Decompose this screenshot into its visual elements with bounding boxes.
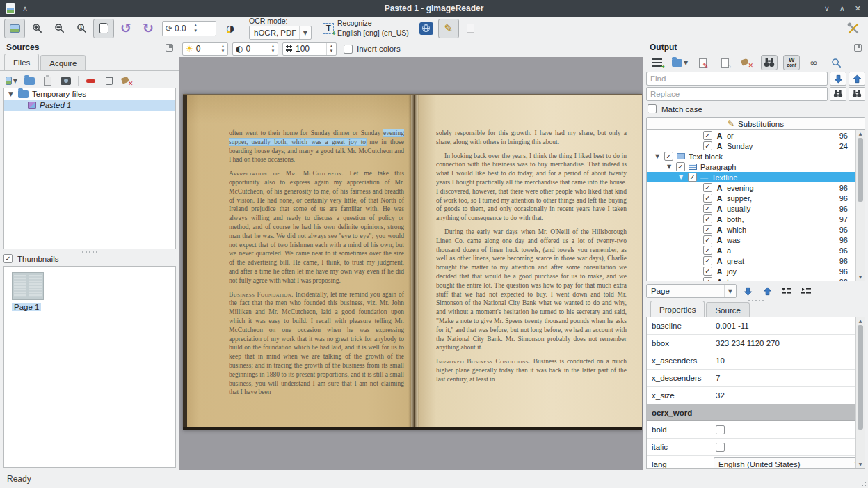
brightness-spinner[interactable]: ▲▼ [218,43,227,55]
expander-icon[interactable]: ▼ [655,153,661,159]
replace-button[interactable] [830,87,846,101]
italic-checkbox[interactable] [716,443,725,452]
property-value[interactable]: 323 234 1120 270 [709,339,865,347]
tab-acquire[interactable]: Acquire [40,55,86,70]
checkbox[interactable]: ✓ [703,235,712,244]
tab-files[interactable]: Files [4,54,39,70]
checkbox[interactable]: ✓ [703,141,712,150]
property-value[interactable]: 7 [709,374,865,382]
thumbnails-checkbox[interactable]: ✓ [3,254,13,263]
expander-icon[interactable]: ▼ [679,174,684,180]
checkbox[interactable]: ✓ [703,204,712,213]
minimize-button[interactable]: ∨ [824,4,830,13]
edit-pencil-button[interactable]: ✎ [438,19,459,38]
tree-word-row[interactable]: ✓A both,97 [647,214,865,224]
contrast-spinner[interactable]: ▲▼ [268,43,278,55]
clear-sources-button[interactable] [121,76,133,86]
screenshot-button[interactable] [60,76,72,86]
property-value[interactable]: 32 [709,391,865,400]
find-input[interactable] [646,72,828,86]
zoom-to-selection-button[interactable] [828,55,844,70]
tree-word-row[interactable]: ✓A evening96 [647,182,865,193]
resolution-spinbox[interactable]: 100 ▲▼ [282,42,337,56]
checkbox[interactable]: ✓ [703,246,712,255]
checkbox[interactable]: ✓ [688,173,697,182]
display-mode-combo[interactable]: Page ▼ [646,284,737,298]
tree-paragraph-row[interactable]: ▼ ✓ Paragraph [647,162,865,172]
properties-scrollbar[interactable]: ▲▼ [855,317,865,468]
expander-icon[interactable]: ▼ [667,164,673,170]
image-controls-button[interactable] [4,19,25,38]
maximize-button[interactable]: ∧ [839,4,845,13]
replace-input[interactable] [646,87,828,101]
zoom-in-button[interactable] [26,19,47,38]
tab-source[interactable]: Source [706,302,749,317]
tree-scrollbar[interactable]: ▲▼ [855,130,865,281]
find-next-button[interactable] [830,72,846,86]
checkbox[interactable]: ✓ [703,194,712,203]
checkbox[interactable]: ✓ [664,152,673,161]
property-value[interactable]: 0.001 -11 [709,322,865,330]
export-output-button[interactable] [649,55,666,70]
tree-textline-row-selected[interactable]: ▼ ✓— Textline [647,172,865,182]
export-page-button[interactable] [460,19,481,38]
resolution-spinner[interactable]: ▲▼ [326,43,336,55]
rotation-spinner[interactable]: ▲▼ [191,22,200,36]
link-position-toggle[interactable]: ∞ [805,55,822,70]
settings-button[interactable] [843,19,864,38]
tree-item-pasted-1[interactable]: Pasted 1 [4,100,175,111]
find-replace-toggle[interactable] [761,55,778,70]
lang-combo[interactable]: English (United States) ▼ [714,457,863,469]
property-value[interactable]: 10 [709,356,865,365]
prev-item-button[interactable] [759,283,775,299]
ocr-mode-combo[interactable]: hOCR, PDF ▼ [249,26,312,40]
zoom-fit-button[interactable] [93,19,114,38]
tree-word-row[interactable]: ✓A which96 [647,224,865,235]
zoom-original-button[interactable]: 1 [71,19,92,38]
bold-checkbox[interactable] [716,425,725,434]
delete-source-button[interactable] [103,76,115,86]
tree-word-row[interactable]: ✓A to96 [647,276,865,281]
tree-word-row[interactable]: ✓A or96 [647,130,865,141]
tree-textblock-row[interactable]: ▼ ✓ Text block [647,151,865,162]
checkbox[interactable]: ✓ [703,183,712,192]
save-output-button[interactable] [694,55,711,70]
checkbox[interactable]: ✓ [703,131,712,140]
image-viewer-canvas[interactable]: often went to their home for Sunday dinn… [179,57,643,470]
tree-word-row[interactable]: ✓A Sunday24 [647,141,865,151]
checkbox[interactable]: ✓ [703,277,712,281]
rotation-spinbox[interactable]: ⟳ 0.0 ▲▼ [162,21,216,36]
page-thumbnail[interactable] [12,272,44,300]
rotate-left-button[interactable]: ↺ [115,19,136,38]
substitutions-button[interactable]: ✎ Substitutions [646,117,865,131]
brightness-spinbox[interactable]: ☀ 0 ▲▼ [182,42,228,56]
invert-colors-checkbox[interactable] [344,45,353,54]
paste-button[interactable] [42,76,54,86]
find-prev-button[interactable] [849,72,865,86]
tree-word-row[interactable]: ✓A joy96 [647,266,865,276]
replace-all-button[interactable] [849,87,865,101]
checkbox[interactable]: ✓ [703,267,712,276]
thumbnail-label[interactable]: Page 1 [12,303,41,311]
remove-source-button[interactable] [85,76,97,86]
detach-output-icon[interactable] [854,44,862,52]
checkbox[interactable]: ✓ [703,214,712,223]
tree-word-row[interactable]: ✓A great96 [647,255,865,266]
clear-output-button[interactable] [739,55,755,70]
zoom-out-button[interactable] [49,19,70,38]
contrast-spinbox[interactable]: ◐ 0 ▲▼ [232,42,278,56]
detach-sources-icon[interactable] [166,44,173,52]
resize-grip[interactable] [858,478,867,487]
preview-button[interactable] [716,55,733,70]
match-case-checkbox[interactable] [648,104,657,113]
expander-icon[interactable]: ▼ [8,90,15,97]
tree-word-row[interactable]: ✓A usually96 [647,203,865,214]
checkbox[interactable]: ✓ [703,256,712,265]
open-output-button[interactable]: ▼ [671,55,689,70]
expand-all-button[interactable] [798,283,814,299]
add-images-button[interactable]: ▼ [6,76,17,86]
collapse-all-button[interactable] [778,283,795,299]
add-folder-button[interactable] [24,76,35,86]
tree-item-temporary-files[interactable]: ▼ Temporary files [4,88,175,100]
tree-word-row[interactable]: ✓A was96 [647,235,865,245]
